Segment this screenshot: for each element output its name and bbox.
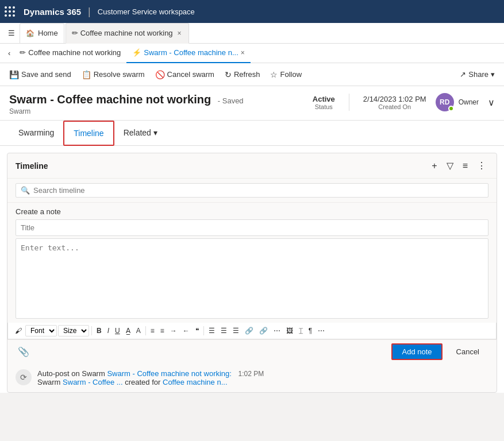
record-title: Swarm - Coffee machine not working bbox=[9, 93, 211, 106]
sub-tab-close-button[interactable]: × bbox=[241, 49, 245, 57]
refresh-label: Refresh bbox=[234, 70, 260, 79]
tab-timeline[interactable]: Timeline bbox=[63, 121, 114, 146]
related-chevron-icon: ▾ bbox=[153, 128, 157, 137]
avatar-initials: RD bbox=[440, 98, 449, 106]
created-on-value: 2/14/2023 1:02 PM bbox=[363, 95, 426, 103]
note-text-area[interactable] bbox=[16, 238, 488, 319]
resolve-swarm-button[interactable]: 📋 Resolve swarm bbox=[77, 68, 149, 82]
auto-post-prefix: Auto-post on Swarm bbox=[37, 369, 105, 378]
rte-separator-3 bbox=[203, 326, 204, 335]
rte-align-left-button[interactable]: ≡ bbox=[148, 326, 157, 336]
swarming-label: Swarming bbox=[18, 128, 54, 137]
avatar: RD bbox=[436, 93, 454, 111]
nav-divider: | bbox=[88, 6, 91, 18]
tab-pencil-icon: ✏ bbox=[72, 29, 78, 37]
font-select[interactable]: Font bbox=[25, 325, 57, 336]
rte-link-button[interactable]: 🔗 bbox=[243, 326, 256, 336]
size-select[interactable]: Size bbox=[58, 325, 89, 336]
auto-post-content: Auto-post on Swarm Swarm - Coffee machin… bbox=[37, 369, 264, 386]
cancel-icon: 🚫 bbox=[155, 70, 165, 79]
tab-home[interactable]: 🏠 Home bbox=[20, 23, 64, 44]
cancel-note-button[interactable]: Cancel bbox=[447, 345, 488, 359]
timeline-section: Timeline + ▽ ≡ ⋮ 🔍 Create a note 🖌 bbox=[7, 153, 497, 393]
rte-align-r-button[interactable]: ☰ bbox=[218, 326, 229, 336]
share-icon: ↗ bbox=[460, 70, 466, 79]
rte-font-color-button[interactable]: A bbox=[134, 326, 143, 336]
app-launcher-icon[interactable] bbox=[5, 6, 16, 17]
auto-post-line2-link[interactable]: Swarm - Coffee ... bbox=[63, 378, 123, 386]
hamburger-menu-button[interactable]: ☰ bbox=[5, 23, 18, 44]
auto-post-line2-prefix: Swarm bbox=[37, 378, 60, 386]
save-icon: 💾 bbox=[9, 70, 19, 79]
filter-timeline-button[interactable]: ▽ bbox=[444, 159, 456, 172]
footer-actions: Add note Cancel bbox=[391, 343, 488, 360]
timeline-title: Timeline bbox=[16, 161, 48, 171]
expand-header-button[interactable]: ∨ bbox=[488, 97, 495, 108]
record-header: Swarm - Coffee machine not working - Sav… bbox=[0, 86, 504, 121]
auto-post-line2-link2[interactable]: Coffee machine n... bbox=[163, 378, 228, 386]
follow-button[interactable]: ☆ Follow bbox=[266, 68, 306, 82]
resolve-swarm-label: Resolve swarm bbox=[94, 70, 145, 79]
rte-image-button[interactable]: 🖼 bbox=[284, 326, 295, 336]
search-input[interactable] bbox=[33, 186, 483, 195]
rte-image-separator-button[interactable]: ⋯ bbox=[271, 326, 283, 336]
share-label: Share bbox=[468, 70, 488, 79]
search-box[interactable]: 🔍 bbox=[16, 183, 488, 198]
rte-paint-format-button[interactable]: 🖌 bbox=[13, 326, 24, 336]
save-send-button[interactable]: 💾 Save and send bbox=[5, 68, 76, 82]
rte-toolbar: 🖌 Font Size B I U A̲ A ≡ ≡ → ← ❝ ☰ ☰ ☰ 🔗… bbox=[7, 323, 497, 339]
note-title-input[interactable] bbox=[16, 219, 488, 236]
attach-file-button[interactable]: 📎 bbox=[16, 345, 32, 358]
resolve-icon: 📋 bbox=[82, 70, 91, 79]
rte-outdent-button[interactable]: ← bbox=[180, 326, 192, 336]
rte-blockquote-button[interactable]: ❝ bbox=[193, 326, 201, 336]
sub-tab-swarm[interactable]: ⚡ Swarm - Coffee machine n... × bbox=[126, 44, 251, 63]
create-note-section: Create a note bbox=[7, 203, 497, 323]
rte-more-button[interactable]: ⋯ bbox=[316, 326, 327, 336]
rte-separator-1 bbox=[91, 326, 92, 335]
sub-tab-swarm-label: Swarm - Coffee machine n... bbox=[144, 48, 238, 57]
rte-underline-button[interactable]: U bbox=[113, 326, 122, 336]
status-label: Status bbox=[313, 103, 335, 110]
rte-paragraph-button[interactable]: ¶ bbox=[306, 326, 314, 336]
nav-tabs: Swarming Timeline Related ▾ bbox=[0, 121, 504, 146]
sub-tab-case-label: Coffee machine not working bbox=[28, 48, 121, 57]
rte-align-full-button[interactable]: ☰ bbox=[230, 326, 241, 336]
rte-unlink-button[interactable]: 🔗 bbox=[257, 326, 270, 336]
tab-bar: ☰ 🏠 Home ✏ Coffee machine not working × bbox=[0, 23, 504, 44]
create-note-label: Create a note bbox=[16, 207, 488, 216]
rte-highlight-button[interactable]: A̲ bbox=[124, 326, 133, 336]
add-timeline-button[interactable]: + bbox=[429, 160, 439, 172]
cancel-swarm-button[interactable]: 🚫 Cancel swarm bbox=[151, 68, 219, 82]
auto-post-swarm-link[interactable]: Swarm - Coffee machine not working: bbox=[107, 369, 232, 378]
tab-home-label: Home bbox=[38, 29, 58, 37]
more-timeline-button[interactable]: ⋮ bbox=[475, 159, 488, 172]
owner-label: Owner bbox=[459, 98, 479, 106]
back-button[interactable]: ‹ bbox=[5, 43, 14, 64]
sort-timeline-button[interactable]: ≡ bbox=[460, 160, 470, 172]
home-icon: 🏠 bbox=[26, 29, 34, 37]
cancel-swarm-label: Cancel swarm bbox=[167, 70, 214, 79]
rte-bold-button[interactable]: B bbox=[94, 326, 104, 336]
share-button[interactable]: ↗ Share ▾ bbox=[455, 68, 499, 81]
status-value: Active bbox=[313, 95, 335, 103]
tab-related[interactable]: Related ▾ bbox=[114, 121, 167, 146]
top-navigation: Dynamics 365 | Customer Service workspac… bbox=[0, 0, 504, 23]
rte-indent-button[interactable]: → bbox=[168, 326, 179, 336]
tab-case[interactable]: ✏ Coffee machine not working × bbox=[66, 23, 189, 44]
timeline-label: Timeline bbox=[74, 129, 103, 138]
tab-swarming[interactable]: Swarming bbox=[9, 121, 63, 146]
rte-separator-2 bbox=[145, 326, 146, 335]
main-content: Swarm - Coffee machine not working - Sav… bbox=[0, 86, 504, 393]
refresh-button[interactable]: ↻ Refresh bbox=[220, 68, 265, 82]
sub-tab-case[interactable]: ✏ Coffee machine not working bbox=[14, 44, 126, 63]
tab-close-button[interactable]: × bbox=[176, 29, 183, 37]
rte-italic-button[interactable]: I bbox=[105, 326, 111, 336]
save-send-label: Save and send bbox=[21, 70, 71, 79]
add-note-button[interactable]: Add note bbox=[391, 343, 442, 360]
auto-post-item: ⟳ Auto-post on Swarm Swarm - Coffee mach… bbox=[7, 363, 497, 392]
rte-align-center-button[interactable]: ≡ bbox=[158, 326, 167, 336]
sub-tab-case-icon: ✏ bbox=[20, 48, 26, 57]
rte-align-j-button[interactable]: ☰ bbox=[206, 326, 217, 336]
rte-source-button[interactable]: ⌶ bbox=[297, 326, 305, 336]
